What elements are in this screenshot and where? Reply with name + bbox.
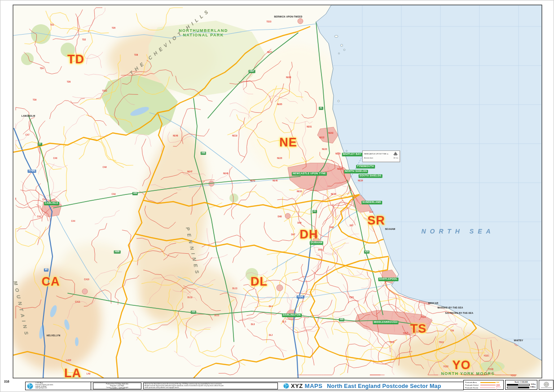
scale-bar: Scale 1:100,000 10 Km 5 Miles (505, 380, 537, 390)
xyz-maps-logo-icon-small (283, 383, 289, 389)
publisher-fineprint: © XYZ MapsPostcode mapping specialistsDa… (35, 382, 89, 390)
brand-maps: MAPS (305, 383, 323, 389)
sheet-title-block: XYZ MAPS North East England Postcode Sec… (283, 383, 441, 389)
scale-miles-label: 5 Miles (530, 386, 536, 388)
legend-label-area: Postcode Area (465, 381, 479, 383)
map-canvas (0, 0, 554, 392)
xyz-maps-logo-icon (27, 383, 33, 389)
legend: Postcode Area EH Postcode District EH1 P… (463, 380, 504, 390)
legend-sample-sector: EH12 3 (496, 386, 502, 390)
disclaimer-fineprint: Great care has been taken to ensure the … (143, 383, 278, 389)
legend-line-sector (480, 388, 495, 388)
scale-km-label: 10 Km (531, 383, 536, 385)
data-source-fineprint: Produced from XYZ Maps digital dataExtra… (93, 383, 141, 389)
legend-sample-area: EH (497, 381, 499, 383)
brand-xyz: XYZ (291, 383, 303, 389)
legend-line-district (480, 385, 496, 385)
legend-row-sector: Postcode Sector EH12 3 (465, 387, 502, 389)
scale-km-bar (507, 384, 530, 386)
footer-bar: © XYZ MapsPostcode mapping specialistsDa… (25, 382, 464, 390)
page-number-left: 316 (4, 380, 9, 383)
map-sheet: NORTH SEA NEWCASTLE UPON TYNE to Amsterd… (0, 0, 554, 392)
sheet-title: North East England Postcode Sector Map (327, 383, 441, 389)
certification-badge (539, 380, 554, 390)
legend-line-area (480, 382, 496, 383)
publisher-block: © XYZ MapsPostcode mapping specialistsDa… (26, 382, 91, 390)
badge-text-line (541, 388, 552, 388)
badge-icon (544, 382, 549, 387)
scale-miles-row: 5 Miles (507, 386, 536, 388)
legend-label-sector: Postcode Sector (465, 387, 479, 389)
legend-label-district: Postcode District (465, 384, 479, 386)
scale-miles-bar (507, 387, 529, 389)
